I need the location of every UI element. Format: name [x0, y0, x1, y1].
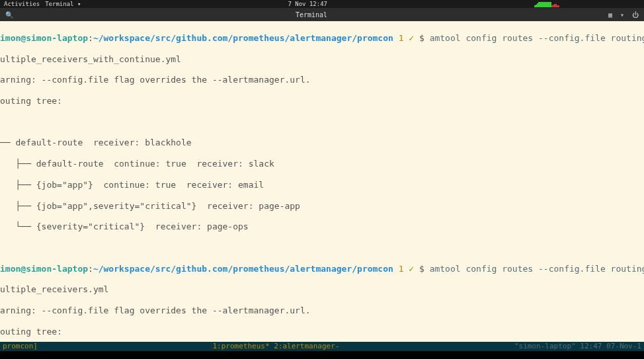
topbar-left: Activities Terminal ▾ — [4, 1, 81, 7]
tree1-child-1: ├── default-route continue: true receive… — [0, 159, 644, 169]
gnome-topbar: Activities Terminal ▾ 7 Nov 12:47 — [0, 0, 644, 8]
tree1-child-4: └── {severity="critical"} receiver: page… — [0, 221, 644, 232]
window-title: Terminal — [15, 11, 608, 19]
terminal-menu[interactable]: Terminal ▾ — [45, 1, 81, 7]
cmd2-warning: arning: --config.file flag overrides the… — [0, 305, 644, 316]
topbar-datetime[interactable]: 7 Nov 12:47 — [81, 1, 534, 7]
window-close-icon[interactable]: ⏻ — [632, 11, 639, 19]
tree1-child-2: ├── {job="app"} continue: true receiver:… — [0, 180, 644, 190]
window-controls: ▦ ▾ ⏻ — [608, 11, 639, 19]
system-monitor-graph[interactable] — [534, 1, 640, 7]
tree1-child-3: ├── {job="app",severity="critical"} rece… — [0, 201, 644, 212]
prompt-line-2: imon@simon-laptop:~/workspace/src/github… — [0, 264, 644, 274]
tree1-root: ── default-route receiver: blackhole — [0, 138, 644, 148]
activities-button[interactable]: Activities — [4, 1, 40, 7]
window-header: 🔍 Terminal ▦ ▾ ⏻ — [0, 8, 644, 21]
statusbar-windows[interactable]: 1:prometheus* 2:alertmanager- — [38, 342, 514, 350]
prompt-line-1: imon@simon-laptop:~/workspace/src/github… — [0, 33, 644, 44]
window-menu-icon[interactable]: ▦ — [608, 11, 612, 19]
cmd1-tree-header: outing tree: — [0, 96, 644, 106]
blank — [0, 243, 644, 253]
cmd1-wrap: ultiple_receivers_with_continue.yml — [0, 54, 644, 65]
search-icon[interactable]: 🔍 — [5, 11, 15, 19]
cmd2-tree-header: outing tree: — [0, 327, 644, 337]
tmux-statusbar: promcon] 1:prometheus* 2:alertmanager- "… — [0, 342, 644, 351]
statusbar-session: promcon] — [3, 342, 38, 350]
cmd2-wrap: ultiple_receivers.yml — [0, 284, 644, 295]
blank — [0, 117, 644, 128]
cmd1-warning: arning: --config.file flag overrides the… — [0, 75, 644, 85]
window-minimize-icon[interactable]: ▾ — [620, 11, 624, 19]
terminal-body[interactable]: imon@simon-laptop:~/workspace/src/github… — [0, 21, 644, 351]
statusbar-host-time: "simon-laptop" 12:47 07-Nov-1 — [514, 342, 641, 350]
